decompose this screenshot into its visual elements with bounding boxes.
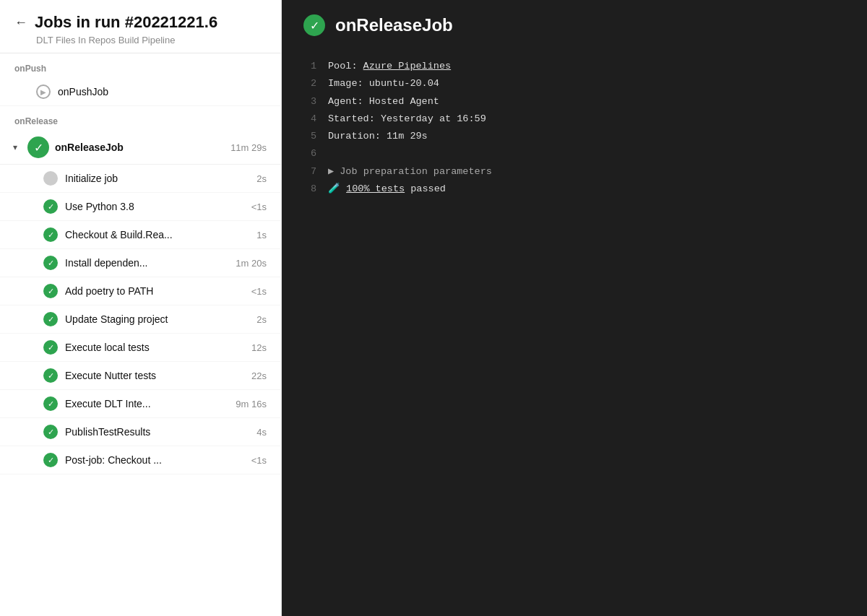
line-number-7: 7 bbox=[296, 163, 316, 181]
right-panel: ✓ onReleaseJob 1 Pool: Azure Pipelines 2… bbox=[282, 0, 867, 616]
step-icon-checkout: ✓ bbox=[43, 227, 58, 242]
line-number-1: 1 bbox=[296, 58, 316, 75]
step-update-staging[interactable]: ✓ Update Staging project 2s bbox=[0, 305, 281, 334]
step-name-nutter: Execute Nutter tests bbox=[65, 370, 230, 381]
step-name-initialize: Initialize job bbox=[65, 173, 230, 184]
step-name-python: Use Python 3.8 bbox=[65, 201, 230, 212]
step-time-post-job: <1s bbox=[238, 455, 267, 466]
step-time-publish: 4s bbox=[238, 427, 267, 438]
step-execute-nutter[interactable]: ✓ Execute Nutter tests 22s bbox=[0, 362, 281, 390]
step-time-dlt: 9m 16s bbox=[236, 399, 267, 409]
step-icon-local: ✓ bbox=[43, 340, 58, 355]
console-line-6: 6 bbox=[296, 145, 845, 162]
right-panel-title: onReleaseJob bbox=[335, 15, 453, 35]
step-time-install: 1m 20s bbox=[236, 258, 267, 269]
console-line-5: 5 Duration: 11m 29s bbox=[296, 128, 845, 145]
step-post-job[interactable]: ✓ Post-job: Checkout ... <1s bbox=[0, 446, 281, 474]
console-line-2: 2 Image: ubuntu-20.04 bbox=[296, 75, 845, 92]
line-content-4: Started: Yesterday at 16:59 bbox=[328, 110, 486, 128]
line-number-5: 5 bbox=[296, 128, 316, 145]
line-content-5: Duration: 11m 29s bbox=[328, 128, 428, 145]
console-line-3: 3 Agent: Hosted Agent bbox=[296, 93, 845, 110]
step-initialize-job[interactable]: Initialize job 2s bbox=[0, 165, 281, 193]
line-content-1: Pool: Azure Pipelines bbox=[328, 58, 451, 75]
step-icon-dlt: ✓ bbox=[43, 396, 58, 411]
line-content-8: 🧪 100% tests passed bbox=[328, 181, 446, 198]
line-number-6: 6 bbox=[296, 145, 316, 162]
step-icon-initialize bbox=[43, 171, 58, 186]
step-icon-post-job: ✓ bbox=[43, 453, 58, 467]
step-name-install: Install dependen... bbox=[65, 257, 228, 269]
section-label-onrelease: onRelease bbox=[0, 106, 281, 131]
back-button[interactable]: ← bbox=[14, 15, 27, 30]
page-title: Jobs in run #20221221.6 bbox=[35, 13, 217, 32]
step-time-poetry: <1s bbox=[238, 286, 267, 297]
line-number-4: 4 bbox=[296, 110, 316, 128]
right-panel-header: ✓ onReleaseJob bbox=[282, 0, 867, 51]
step-execute-local[interactable]: ✓ Execute local tests 12s bbox=[0, 334, 281, 362]
line-content-7: ▶ Job preparation parameters bbox=[328, 163, 492, 181]
step-time-initialize: 2s bbox=[238, 173, 267, 184]
step-icon-install: ✓ bbox=[43, 256, 58, 270]
step-icon-python: ✓ bbox=[43, 199, 58, 214]
step-icon-publish: ✓ bbox=[43, 425, 58, 439]
header: ← Jobs in run #20221221.6 DLT Files In R… bbox=[0, 0, 281, 53]
console-line-7[interactable]: 7 ▶ Job preparation parameters bbox=[296, 163, 845, 181]
release-job-header[interactable]: ▾ ✓ onReleaseJob 11m 29s bbox=[0, 131, 281, 165]
step-name-poetry: Add poetry to PATH bbox=[65, 285, 230, 297]
step-publish-test[interactable]: ✓ PublishTestResults 4s bbox=[0, 418, 281, 446]
azure-pipelines-link[interactable]: Azure Pipelines bbox=[363, 61, 452, 71]
console-line-8: 8 🧪 100% tests passed bbox=[296, 181, 845, 198]
step-execute-dlt[interactable]: ✓ Execute DLT Inte... 9m 16s bbox=[0, 390, 281, 418]
console-line-4: 4 Started: Yesterday at 16:59 bbox=[296, 110, 845, 128]
step-time-nutter: 22s bbox=[238, 370, 267, 381]
step-icon-staging: ✓ bbox=[43, 312, 58, 326]
toggle-icon[interactable]: ▾ bbox=[9, 141, 22, 154]
step-checkout-build[interactable]: ✓ Checkout & Build.Rea... 1s bbox=[0, 221, 281, 249]
left-panel: ← Jobs in run #20221221.6 DLT Files In R… bbox=[0, 0, 282, 616]
line-content-3: Agent: Hosted Agent bbox=[328, 93, 439, 110]
step-name-staging: Update Staging project bbox=[65, 313, 230, 325]
step-name-local: Execute local tests bbox=[65, 342, 230, 353]
right-panel-status-icon: ✓ bbox=[303, 14, 325, 36]
step-icon-poetry: ✓ bbox=[43, 284, 58, 298]
step-add-poetry[interactable]: ✓ Add poetry to PATH <1s bbox=[0, 277, 281, 305]
line-number-2: 2 bbox=[296, 75, 316, 92]
push-job-name: onPushJob bbox=[58, 86, 267, 97]
release-job-duration: 11m 29s bbox=[230, 142, 267, 153]
step-time-python: <1s bbox=[238, 201, 267, 212]
release-job-status-icon: ✓ bbox=[27, 136, 49, 158]
tests-link[interactable]: 100% tests bbox=[346, 183, 405, 194]
step-use-python[interactable]: ✓ Use Python 3.8 <1s bbox=[0, 193, 281, 221]
release-job-name: onReleaseJob bbox=[55, 142, 225, 153]
push-job-icon: ▶ bbox=[36, 84, 51, 99]
line-content-2: Image: ubuntu-20.04 bbox=[328, 75, 439, 92]
subtitle: DLT Files In Repos Build Pipeline bbox=[14, 35, 267, 45]
step-time-staging: 2s bbox=[238, 314, 267, 325]
step-name-publish: PublishTestResults bbox=[65, 426, 230, 438]
console-output: 1 Pool: Azure Pipelines 2 Image: ubuntu-… bbox=[282, 51, 867, 616]
line-number-8: 8 bbox=[296, 181, 316, 198]
line-number-3: 3 bbox=[296, 93, 316, 110]
step-name-post-job: Post-job: Checkout ... bbox=[65, 454, 230, 466]
step-install-deps[interactable]: ✓ Install dependen... 1m 20s bbox=[0, 249, 281, 277]
step-time-checkout: 1s bbox=[238, 230, 267, 240]
step-time-local: 12s bbox=[238, 342, 267, 353]
step-name-dlt: Execute DLT Inte... bbox=[65, 398, 228, 409]
step-name-checkout: Checkout & Build.Rea... bbox=[65, 229, 230, 240]
section-label-onpush: onPush bbox=[0, 53, 281, 78]
console-line-1: 1 Pool: Azure Pipelines bbox=[296, 58, 845, 75]
step-icon-nutter: ✓ bbox=[43, 368, 58, 383]
on-push-job-row[interactable]: ▶ onPushJob bbox=[0, 78, 281, 106]
